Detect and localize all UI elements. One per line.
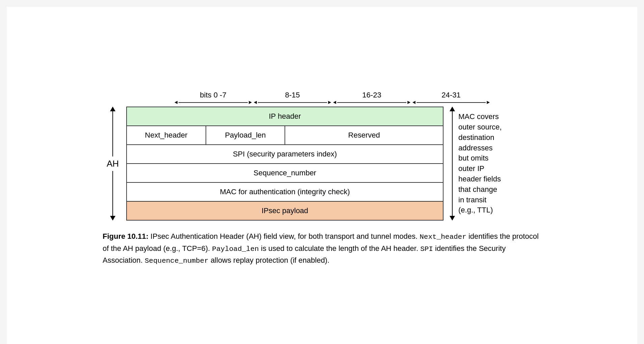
ah-arrow-up-icon — [110, 107, 115, 111]
table-row-sequence: Sequence_number — [127, 164, 443, 182]
mac-cell: MAC for authentication (integrity check) — [127, 182, 443, 201]
annotation-wrapper: MAC coversouter source,destinationaddres… — [450, 107, 502, 221]
reserved-cell: Reserved — [285, 126, 443, 145]
bracket-arrow-up-icon — [450, 107, 455, 111]
sequence-cell: Sequence_number — [127, 164, 443, 182]
arrow-right-1: ► — [327, 99, 332, 105]
next-header-cell: Next_header — [127, 126, 206, 145]
arrow-left-3: ◄ — [411, 99, 417, 105]
arrow-right-2: ► — [406, 99, 411, 105]
payload-len-cell: Payload_len — [206, 126, 285, 145]
arrow-left-2: ◄ — [332, 99, 337, 105]
main-diagram-row: AH IP header Next_header Payload_len — [103, 107, 541, 221]
ip-header-cell: IP header — [127, 107, 443, 126]
ah-arrow-line — [112, 111, 113, 156]
annotation-text-wrapper: MAC coversouter source,destinationaddres… — [458, 107, 502, 221]
caption-text-3: is used to calculate the length of the A… — [259, 244, 420, 253]
ah-arrow: AH — [107, 107, 119, 221]
arrow-right-0: ► — [248, 99, 253, 105]
table-row-ipsec-payload: IPsec payload — [127, 201, 443, 220]
arrow-left-1: ◄ — [253, 99, 258, 105]
spi-cell: SPI (security parameters index) — [127, 145, 443, 164]
arrow-left-0: ◄ — [173, 99, 179, 105]
caption-code-2: Payload_len — [212, 245, 259, 253]
ah-text: AH — [107, 159, 119, 169]
figure-caption: Figure 10.11: IPsec Authentication Heade… — [103, 231, 541, 267]
bit-header-row: bits 0 -7 ◄ ► 8-15 ◄ ► 16-23 ◄ — [173, 91, 491, 105]
table-row-ip-header: IP header — [127, 107, 443, 126]
packet-table: IP header Next_header Payload_len Reserv… — [126, 107, 444, 221]
bit-arrow-0: ◄ ► — [173, 99, 253, 105]
caption-text-1: IPsec Authentication Header (AH) field v… — [151, 232, 420, 240]
bit-seg-2: 16-23 ◄ ► — [332, 91, 411, 105]
table-row-mac: MAC for authentication (integrity check) — [127, 182, 443, 201]
bit-label-0: bits 0 -7 — [200, 91, 226, 99]
caption-text-5: allows replay protection (if enabled). — [209, 256, 329, 264]
bit-label-3: 24-31 — [441, 91, 460, 99]
bit-seg-1: 8-15 ◄ ► — [253, 91, 332, 105]
ah-arrow-down-icon — [110, 216, 115, 221]
figure-label: Figure 10.11: — [103, 232, 149, 240]
bit-label-2: 16-23 — [362, 91, 381, 99]
bit-arrow-1: ◄ ► — [253, 99, 332, 105]
caption-code-1: Next_header — [420, 233, 466, 241]
diagram-area: bits 0 -7 ◄ ► 8-15 ◄ ► 16-23 ◄ — [103, 91, 541, 267]
bracket-arrow-col — [450, 107, 455, 221]
bit-seg-0: bits 0 -7 ◄ ► — [173, 91, 253, 105]
ah-label-column: AH — [103, 107, 126, 221]
table-row-spi: SPI (security parameters index) — [127, 145, 443, 164]
bit-label-1: 8-15 — [285, 91, 300, 99]
caption-code-3: SPI — [420, 245, 433, 253]
right-annotation: MAC coversouter source,destinationaddres… — [444, 107, 538, 221]
ah-arrow-line-2 — [112, 171, 113, 216]
bit-arrow-3: ◄ ► — [411, 99, 491, 105]
ipsec-payload-cell: IPsec payload — [127, 201, 443, 220]
main-container: bits 0 -7 ◄ ► 8-15 ◄ ► 16-23 ◄ — [7, 7, 637, 344]
arrow-right-3: ► — [486, 99, 491, 105]
caption-code-4: Sequence_number — [145, 257, 209, 265]
bit-arrow-2: ◄ ► — [332, 99, 411, 105]
bracket-arrow-down-icon — [450, 216, 455, 221]
table-row-fields: Next_header Payload_len Reserved — [127, 126, 443, 145]
bracket-vertical-line — [452, 111, 453, 216]
bit-seg-3: 24-31 ◄ ► — [411, 91, 491, 105]
annotation-text: MAC coversouter source,destinationaddres… — [458, 112, 502, 216]
